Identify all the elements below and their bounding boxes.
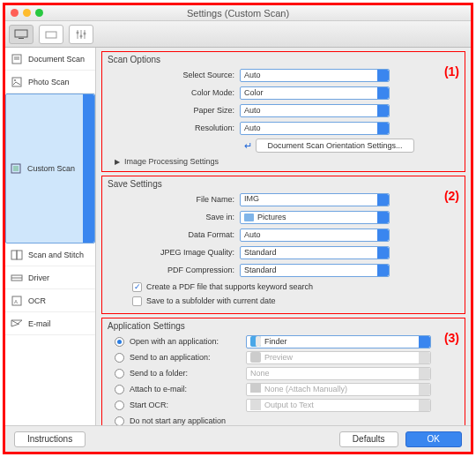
sidebar-item-photo-scan[interactable]: Photo Scan bbox=[5, 71, 95, 94]
sidebar-item-label: E-mail bbox=[28, 319, 51, 328]
preview-icon bbox=[250, 352, 261, 363]
scan-options-section: Scan Options (1) Select Source:Auto Colo… bbox=[101, 51, 465, 172]
svg-rect-12 bbox=[12, 78, 21, 86]
section-title: Save Settings bbox=[108, 179, 459, 189]
pdf-compression-label: PDF Compression: bbox=[108, 266, 240, 274]
select-source-dropdown[interactable]: Auto bbox=[240, 69, 390, 82]
folder-icon bbox=[244, 214, 254, 221]
annotation-2: (2) bbox=[444, 189, 459, 203]
finder-icon bbox=[250, 336, 261, 347]
footer: Instructions Defaults OK bbox=[5, 425, 471, 452]
section-title: Scan Options bbox=[108, 55, 459, 64]
svg-point-13 bbox=[14, 79, 16, 81]
save-settings-section: Save Settings (2) File Name:IMG Save in:… bbox=[101, 176, 465, 314]
section-title: Application Settings bbox=[108, 321, 459, 331]
subfolder-label: Save to a subfolder with current date bbox=[146, 296, 276, 305]
monitor-icon bbox=[14, 29, 28, 40]
svg-rect-0 bbox=[15, 30, 27, 37]
settings-window: Settings (Custom Scan) Document Scan Pho… bbox=[3, 3, 473, 454]
sidebar-item-custom-scan[interactable]: Custom Scan bbox=[5, 94, 95, 243]
sidebar-item-ocr[interactable]: AOCR bbox=[5, 289, 95, 312]
send-app-dropdown[interactable]: Preview bbox=[246, 351, 431, 364]
svg-rect-2 bbox=[46, 32, 56, 38]
data-format-label: Data Format: bbox=[108, 230, 240, 239]
svg-rect-1 bbox=[19, 38, 24, 39]
resolution-label: Resolution: bbox=[108, 124, 240, 132]
file-name-input[interactable]: IMG bbox=[240, 193, 390, 206]
open-with-label: Open with an application: bbox=[130, 337, 241, 346]
sidebar-item-label: Document Scan bbox=[28, 55, 85, 64]
attach-email-dropdown[interactable]: None (Attach Manually) bbox=[246, 383, 431, 396]
do-not-start-label: Do not start any application bbox=[130, 416, 226, 425]
svg-rect-24 bbox=[250, 352, 261, 363]
document-icon bbox=[11, 54, 23, 64]
select-source-label: Select Source: bbox=[108, 71, 240, 79]
do-not-start-radio[interactable] bbox=[115, 416, 124, 426]
general-settings-tab[interactable] bbox=[69, 25, 93, 44]
svg-rect-15 bbox=[13, 166, 19, 171]
svg-rect-26 bbox=[250, 400, 261, 410]
annotation-3: (3) bbox=[444, 331, 459, 345]
titlebar: Settings (Custom Scan) bbox=[5, 5, 471, 21]
send-folder-label: Send to a folder: bbox=[130, 369, 241, 378]
instructions-button[interactable]: Instructions bbox=[14, 431, 86, 447]
custom-icon bbox=[10, 163, 22, 174]
ok-button[interactable]: OK bbox=[405, 431, 462, 447]
paper-size-dropdown[interactable]: Auto bbox=[240, 104, 390, 117]
jpeg-quality-label: JPEG Image Quality: bbox=[108, 248, 240, 257]
photo-icon bbox=[11, 77, 23, 87]
sidebar-item-scan-and-stitch[interactable]: Scan and Stitch bbox=[5, 243, 95, 266]
send-folder-dropdown[interactable]: None bbox=[246, 367, 431, 380]
jpeg-quality-dropdown[interactable]: Standard bbox=[240, 246, 390, 259]
image-processing-disclosure[interactable]: ▶Image Processing Settings bbox=[115, 157, 459, 166]
open-with-dropdown[interactable]: Finder bbox=[246, 335, 431, 348]
sidebar-item-email[interactable]: E-mail bbox=[5, 312, 95, 335]
start-ocr-radio[interactable] bbox=[115, 401, 124, 410]
scan-from-panel-tab[interactable] bbox=[39, 25, 63, 44]
resolution-dropdown[interactable]: Auto bbox=[240, 122, 390, 135]
file-name-label: File Name: bbox=[108, 195, 240, 204]
defaults-button[interactable]: Defaults bbox=[339, 431, 398, 447]
orientation-settings-button[interactable]: Document Scan Orientation Settings... bbox=[256, 139, 414, 153]
attach-email-label: Attach to e-mail: bbox=[130, 385, 241, 393]
data-format-dropdown[interactable]: Auto bbox=[240, 228, 390, 242]
send-app-label: Send to an application: bbox=[130, 353, 241, 362]
triangle-icon: ▶ bbox=[115, 158, 120, 166]
printer-icon bbox=[44, 29, 58, 40]
svg-rect-16 bbox=[11, 251, 17, 259]
sidebar-item-label: Photo Scan bbox=[28, 78, 70, 86]
send-app-radio[interactable] bbox=[115, 353, 124, 363]
scan-from-computer-tab[interactable] bbox=[9, 25, 33, 44]
color-mode-dropdown[interactable]: Color bbox=[240, 86, 390, 100]
open-with-radio[interactable] bbox=[115, 337, 124, 347]
svg-rect-23 bbox=[256, 336, 261, 347]
sidebar-item-label: OCR bbox=[28, 296, 46, 305]
window-title: Settings (Custom Scan) bbox=[5, 8, 471, 19]
pdf-keyword-label: Create a PDF file that supports keyword … bbox=[146, 282, 313, 291]
stitch-icon bbox=[11, 250, 23, 260]
sidebar-item-driver[interactable]: Driver bbox=[5, 266, 95, 289]
svg-text:A: A bbox=[14, 299, 18, 304]
subfolder-checkbox[interactable] bbox=[132, 296, 142, 306]
pdf-compression-dropdown[interactable]: Standard bbox=[240, 264, 390, 277]
save-in-dropdown[interactable]: Pictures bbox=[240, 211, 390, 224]
sidebar-item-label: Driver bbox=[28, 273, 49, 282]
toolbar bbox=[5, 21, 471, 48]
send-folder-radio[interactable] bbox=[115, 369, 124, 378]
svg-point-8 bbox=[84, 32, 86, 34]
mail-icon bbox=[250, 384, 261, 394]
svg-rect-25 bbox=[250, 384, 261, 393]
sidebar-item-document-scan[interactable]: Document Scan bbox=[5, 48, 95, 71]
start-ocr-dropdown[interactable]: Output to Text bbox=[246, 399, 431, 412]
color-mode-label: Color Mode: bbox=[108, 88, 240, 97]
sliders-icon bbox=[75, 29, 87, 40]
sidebar-item-label: Custom Scan bbox=[27, 164, 75, 173]
svg-point-6 bbox=[77, 31, 79, 34]
attach-email-radio[interactable] bbox=[115, 385, 124, 394]
driver-icon bbox=[11, 273, 23, 283]
paper-size-label: Paper Size: bbox=[108, 106, 240, 115]
application-settings-section: Application Settings (3) Open with an ap… bbox=[101, 318, 465, 425]
start-ocr-label: Start OCR: bbox=[130, 401, 241, 409]
save-in-label: Save in: bbox=[108, 213, 240, 221]
pdf-keyword-checkbox[interactable]: ✓ bbox=[132, 282, 142, 292]
